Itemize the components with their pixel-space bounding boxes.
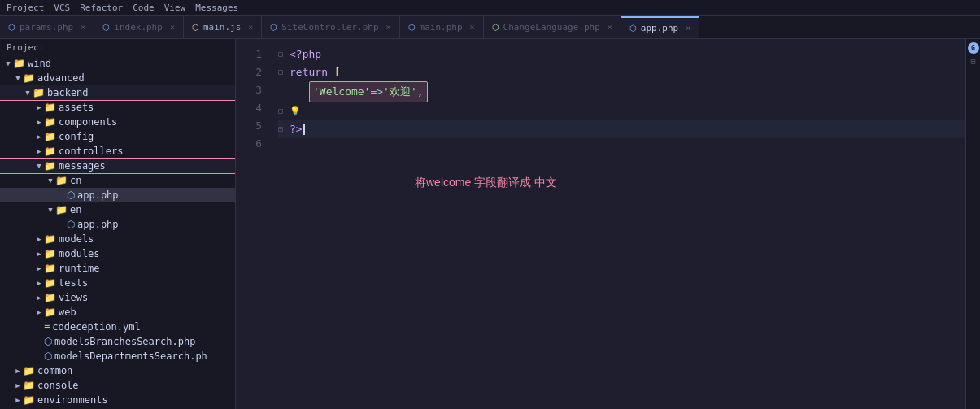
arrow-icon: ▼ <box>46 206 55 214</box>
tree-item-app-en[interactable]: ⬡ app.php <box>0 217 235 232</box>
folder-icon: 📁 <box>44 233 56 245</box>
string-val: '欢迎' <box>383 85 417 98</box>
tree-label: app.php <box>77 189 119 201</box>
arrow-icon: ▼ <box>23 89 33 97</box>
tree-item-views[interactable]: ▶ 📁 views <box>0 290 235 305</box>
string-key: 'Welcome' <box>313 85 370 98</box>
tree-item-models-branches[interactable]: ⬡ modelsBranchesSearch.php <box>0 334 235 349</box>
tree-item-backend[interactable]: ▼ 📁 backend <box>0 85 235 100</box>
menu-messages[interactable]: Messages <box>195 2 238 13</box>
line-numbers: 1 2 3 4 5 6 <box>236 39 268 409</box>
tree-item-config[interactable]: ▶ 📁 config <box>0 129 235 144</box>
cursor <box>303 124 305 135</box>
tree-item-cn[interactable]: ▼ 📁 cn <box>0 173 235 188</box>
tab-close-icon[interactable]: × <box>170 23 175 32</box>
tab-close-icon[interactable]: × <box>81 23 85 32</box>
php-file-icon: ⬡ <box>67 189 75 201</box>
tree-label: modules <box>59 248 100 259</box>
folder-icon: 📁 <box>44 292 56 303</box>
menu-vcs[interactable]: VCS <box>54 2 70 13</box>
tree-item-console[interactable]: ▶ 📁 console <box>0 378 235 393</box>
tree-item-models-departments[interactable]: ⬡ modelsDepartmentsSearch.ph <box>0 349 235 363</box>
tab-close-icon[interactable]: × <box>686 24 690 33</box>
tree-item-assets[interactable]: ▶ 📁 assets <box>0 100 235 115</box>
tab-change-language[interactable]: ⬡ ChangeLanguage.php × <box>484 16 621 38</box>
tab-bar: ⬡ params.php × ⬡ index.php × ⬡ main.js ×… <box>0 16 980 39</box>
code-space <box>328 63 334 81</box>
menu-refactor[interactable]: Refactor <box>80 2 123 13</box>
tree-item-components[interactable]: ▶ 📁 components <box>0 115 235 129</box>
tree-item-modules[interactable]: ▶ 📁 modules <box>0 246 235 261</box>
tree-item-messages[interactable]: ▼ 📁 messages <box>0 159 235 173</box>
arrow-icon: ▶ <box>13 367 23 375</box>
folder-icon: 📁 <box>44 131 56 142</box>
menu-code[interactable]: Code <box>133 2 155 13</box>
tab-app-php[interactable]: ⬡ app.php × <box>621 16 699 38</box>
tree-item-controllers[interactable]: ▶ 📁 controllers <box>0 144 235 159</box>
tree-item-advanced[interactable]: ▼ 📁 advanced <box>0 71 235 85</box>
fold-btn-2[interactable]: ⊟ <box>278 63 290 81</box>
tree-item-web[interactable]: ▶ 📁 web <box>0 305 235 320</box>
tree-item-en[interactable]: ▼ 📁 en <box>0 202 235 217</box>
tab-main-php[interactable]: ⬡ main.php × <box>400 16 484 38</box>
php-file-icon: ⬡ <box>270 23 277 32</box>
tree-item-codeception[interactable]: ≡ codeception.yml <box>0 320 235 334</box>
menu-project[interactable]: Project <box>7 2 44 13</box>
line-num-5: 5 <box>236 117 262 135</box>
code-line-3: 'Welcome'=>'欢迎', <box>278 81 965 102</box>
php-file-icon: ⬡ <box>8 23 15 32</box>
arrow-icon: ▼ <box>3 59 13 67</box>
arrow-icon: ▶ <box>34 264 44 272</box>
folder-icon: 📁 <box>44 307 56 318</box>
code-area[interactable]: ⊟ <?php ⊟ return [ 'Welcome'=>'欢迎', <box>268 39 965 409</box>
arrow-icon: ▶ <box>34 250 44 258</box>
tab-close-icon[interactable]: × <box>608 23 612 32</box>
tab-label: ChangeLanguage.php <box>503 22 600 33</box>
editor-content: 1 2 3 4 5 6 ⊟ <?php ⊟ return [ <box>236 39 965 409</box>
tab-close-icon[interactable]: × <box>386 23 391 32</box>
tree-label: backend <box>47 87 89 98</box>
tab-close-icon[interactable]: × <box>470 23 475 32</box>
tree-item-tests[interactable]: ▶ 📁 tests <box>0 276 235 290</box>
tree-label: cn <box>70 175 81 186</box>
yaml-file-icon: ≡ <box>44 321 50 333</box>
tree-label: tests <box>59 277 88 289</box>
tree-item-wind[interactable]: ▼ 📁 wind <box>0 56 235 71</box>
tab-index[interactable]: ⬡ index.php × <box>94 16 184 38</box>
annotation-text: 将welcome 字段翻译成 中文 <box>415 173 557 191</box>
tree-label: runtime <box>59 263 100 274</box>
sidebar-title: Project <box>7 42 44 53</box>
tree-item-models[interactable]: ▶ 📁 models <box>0 232 235 246</box>
comma: , <box>417 85 424 98</box>
sidebar-header: Project <box>0 39 235 56</box>
tab-close-icon[interactable]: × <box>248 23 253 32</box>
tree-item-environments[interactable]: ▶ 📁 environments <box>0 393 235 407</box>
menu-view[interactable]: View <box>164 2 186 13</box>
tab-site-controller[interactable]: ⬡ SiteController.php × <box>262 16 399 38</box>
arrow-icon: ▶ <box>34 133 44 141</box>
right-tool-1[interactable]: ⊞ <box>970 57 975 66</box>
fold-btn-1[interactable]: ⊟ <box>278 46 290 63</box>
php-file2-icon: ⬡ <box>44 336 52 347</box>
avatar[interactable]: G <box>968 42 979 54</box>
code-line-1: ⊟ <?php <box>278 46 965 63</box>
arrow-icon: ▼ <box>34 162 44 170</box>
tree-label: environments <box>37 394 108 406</box>
fold-btn-4[interactable]: ⊟ <box>278 102 290 120</box>
tab-main-js[interactable]: ⬡ main.js × <box>184 16 262 38</box>
folder-icon: 📁 <box>23 365 35 376</box>
tab-label: params.php <box>20 22 73 33</box>
tree-item-runtime[interactable]: ▶ 📁 runtime <box>0 261 235 276</box>
lightbulb-icon[interactable]: 💡 <box>290 102 301 120</box>
code-line-6 <box>278 138 965 156</box>
arrow-icon: ▶ <box>34 147 44 155</box>
php-file-icon: ⬡ <box>492 23 499 32</box>
fold-btn-5[interactable]: ⊟ <box>278 120 290 138</box>
tree-label: app.php <box>77 219 119 230</box>
tree-item-common[interactable]: ▶ 📁 common <box>0 363 235 378</box>
code-line-4: ⊟ 💡 <box>278 102 965 120</box>
tree-item-app-cn[interactable]: ⬡ app.php <box>0 188 235 202</box>
tab-params[interactable]: ⬡ params.php × <box>0 16 94 38</box>
code-line-2: ⊟ return [ <box>278 63 965 81</box>
tree-label: assets <box>59 102 94 113</box>
